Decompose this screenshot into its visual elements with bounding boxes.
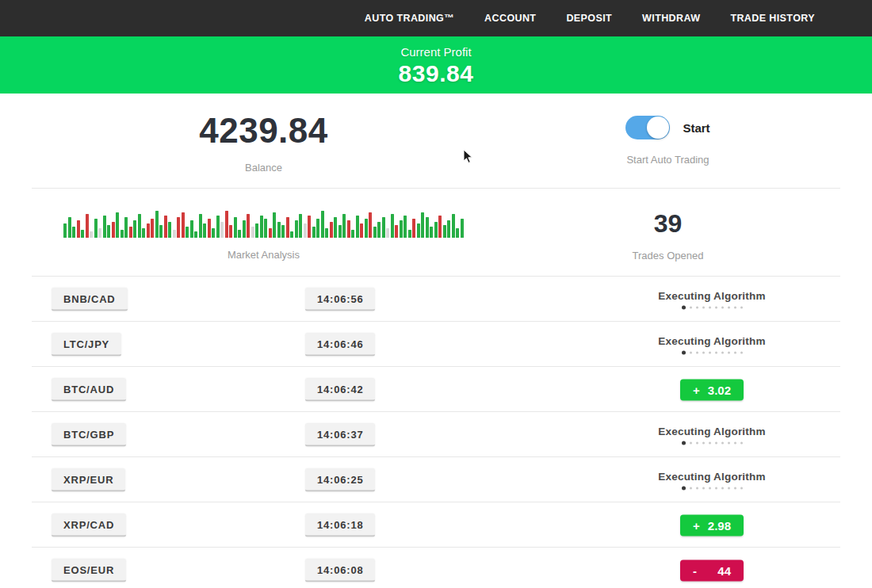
trade-time-pill: 14:06:46	[305, 333, 375, 356]
executing-label: Executing Algorithm	[602, 425, 821, 437]
progress-dots	[602, 350, 821, 354]
result-badge: + 3.02	[680, 379, 744, 400]
trade-time-pill: 14:06:25	[305, 468, 375, 491]
trade-pair-pill[interactable]: LTC/JPY	[52, 333, 121, 356]
progress-dots	[602, 305, 821, 309]
result-amount: 3.02	[708, 383, 731, 396]
trade-time-pill: 14:06:37	[305, 423, 375, 446]
top-navigation: AUTO TRADING™ ACCOUNT DEPOSIT WITHDRAW T…	[0, 0, 872, 36]
balance-value: 4239.84	[32, 111, 495, 151]
nav-auto-trading[interactable]: AUTO TRADING™	[365, 13, 454, 24]
trades-opened-label: Trades Opened	[495, 250, 840, 262]
result-amount: 44	[717, 563, 731, 577]
table-row: XRP/EUR 14:06:25 Executing Algorithm	[0, 457, 872, 502]
result-amount: 2.98	[708, 518, 731, 532]
result-badge: + 2.98	[680, 514, 744, 536]
nav-withdraw[interactable]: WITHDRAW	[642, 13, 700, 24]
market-analysis-chart	[32, 208, 495, 238]
toggle-state-label: Start	[683, 121, 709, 135]
current-profit-label: Current Profit	[0, 45, 872, 59]
trade-time-pill: 14:06:42	[305, 378, 375, 401]
table-row: BTC/GBP 14:06:37 Executing Algorithm	[0, 412, 872, 457]
balance-label: Balance	[32, 162, 495, 174]
progress-dots	[602, 486, 821, 490]
executing-status: Executing Algorithm	[602, 334, 821, 354]
nav-trade-history[interactable]: TRADE HISTORY	[730, 13, 815, 24]
trade-pair-pill[interactable]: XRP/CAD	[52, 514, 126, 536]
auto-trading-toggle[interactable]	[625, 116, 670, 139]
result-sign: -	[693, 563, 697, 577]
trade-time-pill: 14:06:08	[305, 559, 375, 582]
trade-pair-pill[interactable]: BTC/AUD	[52, 378, 126, 401]
executing-status: Executing Algorithm	[602, 425, 821, 445]
trade-pair-pill[interactable]: BNB/CAD	[52, 288, 128, 311]
current-profit-banner: Current Profit 839.84	[0, 36, 872, 94]
trade-pair-pill[interactable]: XRP/EUR	[52, 468, 125, 491]
balance-row: 4239.84 Balance Start Start Auto Trading	[32, 94, 840, 189]
result-badge: - 44	[680, 559, 744, 581]
progress-dots	[602, 441, 821, 445]
table-row: EOS/EUR 14:06:08 - 44	[0, 548, 872, 588]
nav-deposit[interactable]: DEPOSIT	[566, 13, 612, 24]
table-row: BTC/AUD 14:06:42 + 3.02	[0, 367, 872, 412]
trade-time-pill: 14:06:18	[305, 514, 375, 536]
result-sign: +	[693, 383, 700, 396]
trade-pair-pill[interactable]: EOS/EUR	[52, 559, 126, 582]
table-row: XRP/CAD 14:06:18 + 2.98	[0, 502, 872, 548]
executing-status: Executing Algorithm	[602, 470, 821, 490]
trade-pair-pill[interactable]: BTC/GBP	[52, 423, 126, 446]
executing-status: Executing Algorithm	[602, 289, 821, 309]
executing-label: Executing Algorithm	[602, 334, 821, 346]
table-row: BNB/CAD 14:06:56 Executing Algorithm	[0, 277, 872, 322]
auto-trading-label: Start Auto Trading	[495, 154, 840, 166]
market-analysis-label: Market Analysis	[32, 249, 495, 261]
market-analysis-row: Market Analysis 39 Trades Opened	[32, 189, 840, 277]
executing-label: Executing Algorithm	[602, 289, 821, 301]
table-row: LTC/JPY 14:06:46 Executing Algorithm	[0, 322, 872, 367]
toggle-knob	[647, 116, 669, 139]
trades-opened-value: 39	[495, 209, 840, 239]
trade-time-pill: 14:06:56	[305, 288, 375, 311]
trades-table: BNB/CAD 14:06:56 Executing Algorithm LTC…	[0, 277, 872, 588]
result-sign: +	[693, 518, 700, 532]
nav-account[interactable]: ACCOUNT	[484, 13, 536, 24]
current-profit-value: 839.84	[0, 60, 872, 87]
executing-label: Executing Algorithm	[602, 470, 821, 482]
